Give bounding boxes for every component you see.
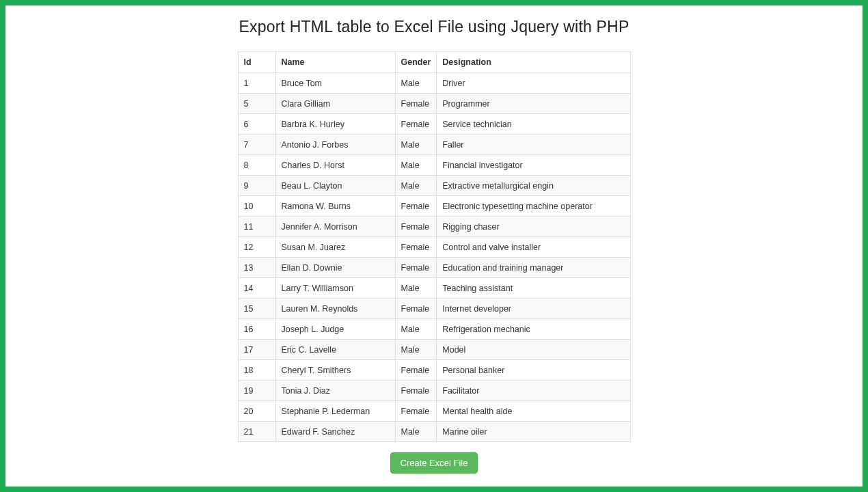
cell-designation: Programmer [437,94,630,114]
table-row: 17Eric C. LavelleMaleModel [238,340,630,360]
cell-designation: Education and training manager [437,258,630,278]
cell-gender: Male [395,155,437,176]
table-row: 14Larry T. WilliamsonMaleTeaching assist… [238,278,630,299]
col-header-designation: Designation [437,52,630,73]
cell-gender: Female [395,360,437,381]
cell-gender: Female [395,196,437,217]
cell-id: 20 [238,401,275,422]
cell-gender: Female [395,299,437,319]
table-row: 15Lauren M. ReynoldsFemaleInternet devel… [238,299,630,319]
cell-id: 10 [238,196,275,217]
cell-name: Cheryl T. Smithers [275,360,395,381]
cell-id: 12 [238,237,275,258]
col-header-name: Name [275,52,395,73]
cell-name: Beau L. Clayton [275,176,395,196]
table-row: 8Charles D. HorstMaleFinancial investiga… [238,155,630,176]
cell-id: 9 [238,176,275,196]
table-row: 10Ramona W. BurnsFemaleElectronic typese… [238,196,630,217]
cell-name: Bruce Tom [275,73,395,94]
cell-gender: Male [395,176,437,196]
cell-gender: Female [395,114,437,135]
table-row: 19Tonia J. DiazFemaleFacilitator [238,381,630,401]
cell-id: 15 [238,299,275,319]
page-title: Export HTML table to Excel File using Jq… [239,18,629,36]
create-excel-button[interactable]: Create Excel File [390,452,478,474]
cell-gender: Male [395,278,437,299]
cell-designation: Electronic typesetting machine operator [437,196,630,217]
cell-name: Jennifer A. Morrison [275,217,395,237]
cell-id: 6 [238,114,275,135]
table-row: 11Jennifer A. MorrisonFemaleRigging chas… [238,217,630,237]
cell-designation: Extractive metallurgical engin [437,176,630,196]
cell-id: 13 [238,258,275,278]
data-table: Id Name Gender Designation 1Bruce TomMal… [238,51,631,442]
cell-designation: Rigging chaser [437,217,630,237]
cell-gender: Female [395,94,437,114]
cell-gender: Female [395,381,437,401]
table-row: 16Joseph L. JudgeMaleRefrigeration mecha… [238,319,630,340]
table-row: 9Beau L. ClaytonMaleExtractive metallurg… [238,176,630,196]
col-header-gender: Gender [395,52,437,73]
cell-id: 5 [238,94,275,114]
cell-name: Stephanie P. Lederman [275,401,395,422]
table-row: 7Antonio J. ForbesMaleFaller [238,135,630,155]
cell-name: Edward F. Sanchez [275,422,395,442]
cell-gender: Female [395,401,437,422]
table-header-row: Id Name Gender Designation [238,52,630,73]
table-row: 13Ellan D. DownieFemaleEducation and tra… [238,258,630,278]
cell-name: Joseph L. Judge [275,319,395,340]
cell-name: Barbra K. Hurley [275,114,395,135]
cell-name: Tonia J. Diaz [275,381,395,401]
cell-name: Eric C. Lavelle [275,340,395,360]
cell-designation: Teaching assistant [437,278,630,299]
cell-id: 16 [238,319,275,340]
cell-gender: Male [395,73,437,94]
cell-name: Ellan D. Downie [275,258,395,278]
cell-gender: Male [395,135,437,155]
cell-id: 8 [238,155,275,176]
table-row: 6Barbra K. HurleyFemaleService technicia… [238,114,630,135]
cell-name: Larry T. Williamson [275,278,395,299]
col-header-id: Id [238,52,275,73]
cell-id: 14 [238,278,275,299]
cell-gender: Female [395,258,437,278]
cell-designation: Faller [437,135,630,155]
cell-name: Lauren M. Reynolds [275,299,395,319]
cell-id: 1 [238,73,275,94]
cell-designation: Financial investigator [437,155,630,176]
cell-name: Clara Gilliam [275,94,395,114]
cell-name: Charles D. Horst [275,155,395,176]
cell-designation: Refrigeration mechanic [437,319,630,340]
cell-designation: Facilitator [437,381,630,401]
cell-gender: Male [395,422,437,442]
cell-id: 11 [238,217,275,237]
cell-gender: Male [395,319,437,340]
table-row: 1Bruce TomMaleDriver [238,73,630,94]
cell-gender: Male [395,340,437,360]
cell-designation: Personal banker [437,360,630,381]
cell-name: Susan M. Juarez [275,237,395,258]
table-row: 21Edward F. SanchezMaleMarine oiler [238,422,630,442]
cell-designation: Service technician [437,114,630,135]
cell-designation: Driver [437,73,630,94]
table-row: 12Susan M. JuarezFemaleControl and valve… [238,237,630,258]
cell-name: Antonio J. Forbes [275,135,395,155]
cell-id: 7 [238,135,275,155]
cell-id: 18 [238,360,275,381]
cell-designation: Model [437,340,630,360]
cell-id: 19 [238,381,275,401]
cell-gender: Female [395,237,437,258]
cell-designation: Control and valve installer [437,237,630,258]
table-row: 18Cheryl T. SmithersFemalePersonal banke… [238,360,630,381]
cell-name: Ramona W. Burns [275,196,395,217]
table-row: 5Clara GilliamFemaleProgrammer [238,94,630,114]
cell-designation: Marine oiler [437,422,630,442]
cell-designation: Internet developer [437,299,630,319]
cell-gender: Female [395,217,437,237]
cell-designation: Mental health aide [437,401,630,422]
cell-id: 17 [238,340,275,360]
table-row: 20Stephanie P. LedermanFemaleMental heal… [238,401,630,422]
cell-id: 21 [238,422,275,442]
